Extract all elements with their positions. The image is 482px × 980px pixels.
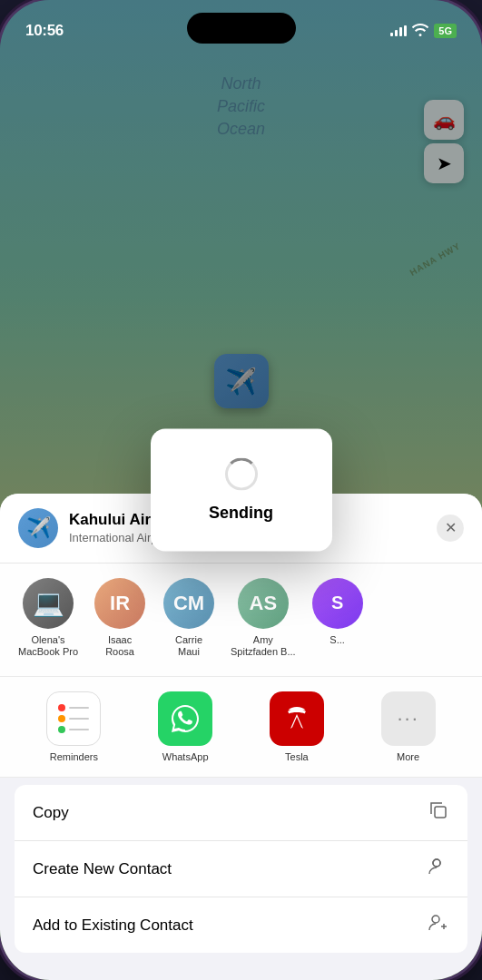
- create-contact-button[interactable]: Create New Contact: [15, 841, 467, 897]
- sending-text: Sending: [209, 504, 273, 523]
- svg-point-3: [432, 916, 439, 923]
- share-contact-macbook[interactable]: 💻 Olena'sMacBook Pro: [18, 578, 78, 658]
- battery-icon: 5G: [434, 24, 457, 38]
- share-contact-isaac[interactable]: IR IsaacRoosa: [93, 578, 147, 658]
- loading-spinner: [225, 458, 258, 491]
- contact-name-macbook: Olena'sMacBook Pro: [18, 634, 78, 658]
- contact-name-more: S...: [330, 634, 345, 646]
- svg-point-2: [433, 859, 440, 867]
- contact-name-isaac: IsaacRoosa: [105, 634, 134, 658]
- svg-rect-0: [435, 807, 446, 818]
- app-label-more: More: [397, 751, 419, 762]
- location-airport-icon: ✈️: [18, 508, 58, 548]
- phone-frame: NorthPacificOcean HANA HWY 10:56 5G 🚗 ➤: [0, 0, 482, 980]
- signal-icon: [390, 25, 407, 36]
- contact-avatar-more: S: [312, 578, 363, 629]
- share-contact-amy[interactable]: AS AmySpitzfaden B...: [231, 578, 296, 658]
- share-contact-carrie[interactable]: CM CarrieMaui: [162, 578, 216, 658]
- more-apps-icon: ···: [381, 691, 436, 746]
- app-item-reminders[interactable]: Reminders: [46, 691, 101, 762]
- share-contacts-row: 💻 Olena'sMacBook Pro IR IsaacRoosa CM Ca…: [0, 564, 482, 677]
- app-share-row: Reminders WhatsApp: [0, 677, 482, 778]
- add-existing-contact-button[interactable]: Add to Existing Contact: [15, 897, 467, 953]
- status-icons: 5G: [390, 24, 457, 39]
- action-buttons: Copy Create New Contact: [15, 785, 467, 953]
- copy-label: Copy: [33, 804, 69, 822]
- create-contact-icon: [428, 856, 449, 882]
- contact-avatar-macbook: 💻: [23, 578, 74, 629]
- dynamic-island: [187, 13, 296, 44]
- tesla-icon: [270, 691, 324, 746]
- app-label-whatsapp: WhatsApp: [162, 751, 209, 762]
- bottom-sheet: ✈️ Kahului Airport International Airport…: [0, 494, 482, 980]
- app-share-icons: Reminders WhatsApp: [18, 691, 464, 762]
- contact-avatar-amy: AS: [238, 578, 289, 629]
- wifi-icon: [412, 24, 428, 39]
- contact-name-carrie: CarrieMaui: [175, 634, 202, 658]
- status-time: 10:56: [25, 22, 64, 40]
- reminders-icon: [46, 691, 101, 746]
- contact-avatar-isaac: IR: [94, 578, 145, 629]
- add-existing-label: Add to Existing Contact: [33, 916, 193, 935]
- share-contacts-list: 💻 Olena'sMacBook Pro IR IsaacRoosa CM Ca…: [18, 578, 464, 662]
- app-item-tesla[interactable]: Tesla: [270, 691, 324, 762]
- add-existing-icon: [428, 912, 449, 938]
- close-button[interactable]: ✕: [437, 514, 464, 542]
- create-contact-label: Create New Contact: [33, 860, 172, 878]
- app-label-tesla: Tesla: [285, 751, 309, 762]
- contact-name-amy: AmySpitzfaden B...: [231, 634, 296, 658]
- copy-button[interactable]: Copy: [15, 785, 467, 841]
- contact-avatar-carrie: CM: [163, 578, 214, 629]
- copy-icon: [428, 799, 449, 826]
- app-item-whatsapp[interactable]: WhatsApp: [158, 691, 212, 762]
- app-item-more[interactable]: ··· More: [381, 691, 436, 762]
- whatsapp-icon: [158, 691, 212, 746]
- app-label-reminders: Reminders: [50, 751, 98, 762]
- share-contact-more[interactable]: S S...: [310, 578, 365, 658]
- sending-modal: Sending: [151, 429, 332, 552]
